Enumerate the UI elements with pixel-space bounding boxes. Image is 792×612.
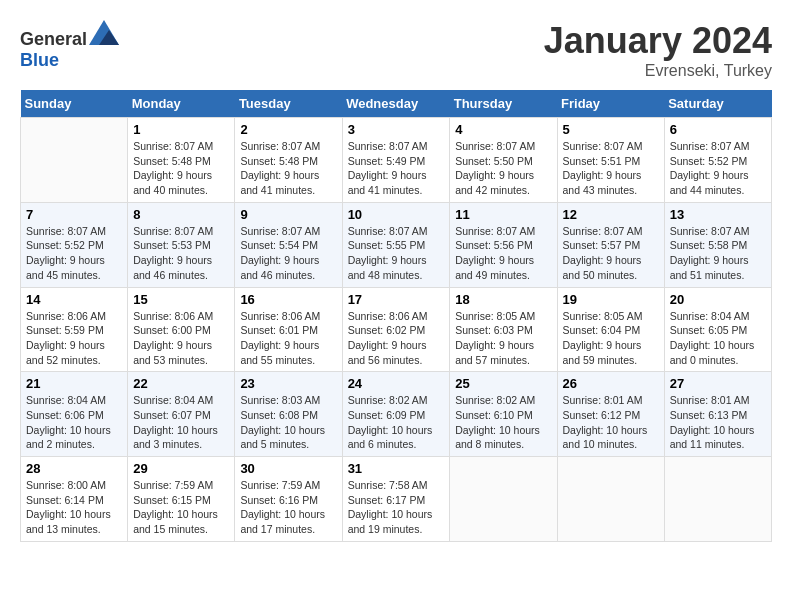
day-info: Sunrise: 7:59 AMSunset: 6:15 PMDaylight:… xyxy=(133,478,229,537)
day-number: 28 xyxy=(26,461,122,476)
day-number: 12 xyxy=(563,207,659,222)
day-info: Sunrise: 8:06 AMSunset: 6:00 PMDaylight:… xyxy=(133,309,229,368)
calendar-cell: 16Sunrise: 8:06 AMSunset: 6:01 PMDayligh… xyxy=(235,287,342,372)
calendar-cell: 18Sunrise: 8:05 AMSunset: 6:03 PMDayligh… xyxy=(450,287,557,372)
calendar-cell: 21Sunrise: 8:04 AMSunset: 6:06 PMDayligh… xyxy=(21,372,128,457)
calendar-cell: 19Sunrise: 8:05 AMSunset: 6:04 PMDayligh… xyxy=(557,287,664,372)
day-info: Sunrise: 8:07 AMSunset: 5:56 PMDaylight:… xyxy=(455,224,551,283)
calendar-cell: 4Sunrise: 8:07 AMSunset: 5:50 PMDaylight… xyxy=(450,118,557,203)
day-info: Sunrise: 8:07 AMSunset: 5:50 PMDaylight:… xyxy=(455,139,551,198)
day-info: Sunrise: 8:05 AMSunset: 6:03 PMDaylight:… xyxy=(455,309,551,368)
day-number: 21 xyxy=(26,376,122,391)
day-number: 20 xyxy=(670,292,766,307)
day-number: 4 xyxy=(455,122,551,137)
logo: General Blue xyxy=(20,20,119,71)
day-number: 26 xyxy=(563,376,659,391)
calendar-cell: 20Sunrise: 8:04 AMSunset: 6:05 PMDayligh… xyxy=(664,287,771,372)
day-number: 17 xyxy=(348,292,445,307)
day-number: 7 xyxy=(26,207,122,222)
calendar-cell: 30Sunrise: 7:59 AMSunset: 6:16 PMDayligh… xyxy=(235,457,342,542)
day-info: Sunrise: 7:58 AMSunset: 6:17 PMDaylight:… xyxy=(348,478,445,537)
calendar-header-row: SundayMondayTuesdayWednesdayThursdayFrid… xyxy=(21,90,772,118)
header-friday: Friday xyxy=(557,90,664,118)
calendar-cell: 24Sunrise: 8:02 AMSunset: 6:09 PMDayligh… xyxy=(342,372,450,457)
day-number: 11 xyxy=(455,207,551,222)
calendar-cell: 31Sunrise: 7:58 AMSunset: 6:17 PMDayligh… xyxy=(342,457,450,542)
calendar-week-row: 1Sunrise: 8:07 AMSunset: 5:48 PMDaylight… xyxy=(21,118,772,203)
calendar-week-row: 21Sunrise: 8:04 AMSunset: 6:06 PMDayligh… xyxy=(21,372,772,457)
day-number: 25 xyxy=(455,376,551,391)
day-number: 16 xyxy=(240,292,336,307)
day-number: 14 xyxy=(26,292,122,307)
calendar-week-row: 14Sunrise: 8:06 AMSunset: 5:59 PMDayligh… xyxy=(21,287,772,372)
day-number: 30 xyxy=(240,461,336,476)
calendar-cell: 25Sunrise: 8:02 AMSunset: 6:10 PMDayligh… xyxy=(450,372,557,457)
day-info: Sunrise: 8:06 AMSunset: 6:01 PMDaylight:… xyxy=(240,309,336,368)
location-subtitle: Evrenseki, Turkey xyxy=(544,62,772,80)
calendar-cell: 8Sunrise: 8:07 AMSunset: 5:53 PMDaylight… xyxy=(128,202,235,287)
day-info: Sunrise: 8:04 AMSunset: 6:05 PMDaylight:… xyxy=(670,309,766,368)
calendar-table: SundayMondayTuesdayWednesdayThursdayFrid… xyxy=(20,90,772,542)
day-number: 31 xyxy=(348,461,445,476)
day-info: Sunrise: 8:07 AMSunset: 5:52 PMDaylight:… xyxy=(670,139,766,198)
calendar-cell xyxy=(21,118,128,203)
calendar-cell: 3Sunrise: 8:07 AMSunset: 5:49 PMDaylight… xyxy=(342,118,450,203)
day-number: 19 xyxy=(563,292,659,307)
calendar-cell: 5Sunrise: 8:07 AMSunset: 5:51 PMDaylight… xyxy=(557,118,664,203)
day-info: Sunrise: 8:03 AMSunset: 6:08 PMDaylight:… xyxy=(240,393,336,452)
calendar-cell: 17Sunrise: 8:06 AMSunset: 6:02 PMDayligh… xyxy=(342,287,450,372)
day-number: 23 xyxy=(240,376,336,391)
calendar-cell: 26Sunrise: 8:01 AMSunset: 6:12 PMDayligh… xyxy=(557,372,664,457)
day-info: Sunrise: 8:02 AMSunset: 6:09 PMDaylight:… xyxy=(348,393,445,452)
day-info: Sunrise: 8:07 AMSunset: 5:49 PMDaylight:… xyxy=(348,139,445,198)
calendar-cell: 10Sunrise: 8:07 AMSunset: 5:55 PMDayligh… xyxy=(342,202,450,287)
day-number: 1 xyxy=(133,122,229,137)
calendar-cell: 28Sunrise: 8:00 AMSunset: 6:14 PMDayligh… xyxy=(21,457,128,542)
calendar-cell: 29Sunrise: 7:59 AMSunset: 6:15 PMDayligh… xyxy=(128,457,235,542)
day-info: Sunrise: 8:07 AMSunset: 5:55 PMDaylight:… xyxy=(348,224,445,283)
logo-icon xyxy=(89,20,119,45)
day-number: 29 xyxy=(133,461,229,476)
calendar-cell xyxy=(557,457,664,542)
calendar-week-row: 28Sunrise: 8:00 AMSunset: 6:14 PMDayligh… xyxy=(21,457,772,542)
day-info: Sunrise: 8:07 AMSunset: 5:54 PMDaylight:… xyxy=(240,224,336,283)
page-header: General Blue January 2024 Evrenseki, Tur… xyxy=(20,20,772,80)
day-info: Sunrise: 8:04 AMSunset: 6:07 PMDaylight:… xyxy=(133,393,229,452)
day-number: 24 xyxy=(348,376,445,391)
day-number: 15 xyxy=(133,292,229,307)
day-info: Sunrise: 8:06 AMSunset: 5:59 PMDaylight:… xyxy=(26,309,122,368)
month-title: January 2024 xyxy=(544,20,772,62)
day-info: Sunrise: 8:01 AMSunset: 6:13 PMDaylight:… xyxy=(670,393,766,452)
calendar-cell xyxy=(664,457,771,542)
day-info: Sunrise: 8:07 AMSunset: 5:58 PMDaylight:… xyxy=(670,224,766,283)
day-number: 22 xyxy=(133,376,229,391)
day-info: Sunrise: 7:59 AMSunset: 6:16 PMDaylight:… xyxy=(240,478,336,537)
day-number: 8 xyxy=(133,207,229,222)
calendar-cell: 12Sunrise: 8:07 AMSunset: 5:57 PMDayligh… xyxy=(557,202,664,287)
header-monday: Monday xyxy=(128,90,235,118)
day-info: Sunrise: 8:07 AMSunset: 5:48 PMDaylight:… xyxy=(133,139,229,198)
calendar-cell: 22Sunrise: 8:04 AMSunset: 6:07 PMDayligh… xyxy=(128,372,235,457)
calendar-cell: 13Sunrise: 8:07 AMSunset: 5:58 PMDayligh… xyxy=(664,202,771,287)
day-info: Sunrise: 8:06 AMSunset: 6:02 PMDaylight:… xyxy=(348,309,445,368)
day-number: 27 xyxy=(670,376,766,391)
header-thursday: Thursday xyxy=(450,90,557,118)
calendar-cell: 27Sunrise: 8:01 AMSunset: 6:13 PMDayligh… xyxy=(664,372,771,457)
day-number: 9 xyxy=(240,207,336,222)
day-info: Sunrise: 8:07 AMSunset: 5:53 PMDaylight:… xyxy=(133,224,229,283)
calendar-cell: 11Sunrise: 8:07 AMSunset: 5:56 PMDayligh… xyxy=(450,202,557,287)
day-info: Sunrise: 8:07 AMSunset: 5:57 PMDaylight:… xyxy=(563,224,659,283)
day-number: 5 xyxy=(563,122,659,137)
calendar-cell xyxy=(450,457,557,542)
calendar-cell: 9Sunrise: 8:07 AMSunset: 5:54 PMDaylight… xyxy=(235,202,342,287)
day-number: 3 xyxy=(348,122,445,137)
day-number: 18 xyxy=(455,292,551,307)
header-saturday: Saturday xyxy=(664,90,771,118)
header-wednesday: Wednesday xyxy=(342,90,450,118)
day-number: 13 xyxy=(670,207,766,222)
day-number: 2 xyxy=(240,122,336,137)
calendar-cell: 6Sunrise: 8:07 AMSunset: 5:52 PMDaylight… xyxy=(664,118,771,203)
calendar-cell: 23Sunrise: 8:03 AMSunset: 6:08 PMDayligh… xyxy=(235,372,342,457)
calendar-week-row: 7Sunrise: 8:07 AMSunset: 5:52 PMDaylight… xyxy=(21,202,772,287)
day-info: Sunrise: 8:05 AMSunset: 6:04 PMDaylight:… xyxy=(563,309,659,368)
